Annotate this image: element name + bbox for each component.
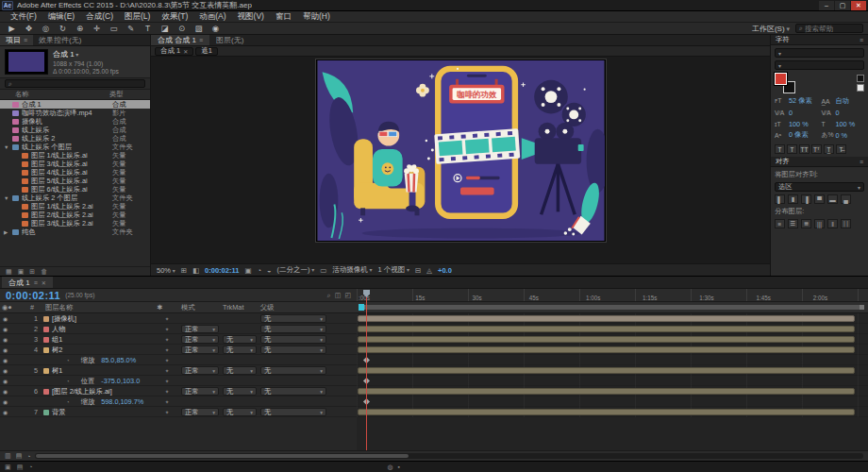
- show-snapshot-icon[interactable]: ◔: [257, 266, 261, 275]
- timeline-tab[interactable]: 合成 1 ≡ ✕: [2, 277, 53, 288]
- tool-button[interactable]: ▶: [5, 24, 19, 34]
- layer-track[interactable]: [357, 396, 868, 407]
- roi-icon[interactable]: ▭: [320, 266, 326, 275]
- layer-name-cell[interactable]: [图层 2/线上娱乐.ai]: [43, 386, 155, 396]
- grid-guides-icon[interactable]: ⊞: [181, 266, 187, 275]
- menu-item[interactable]: 帮助(H): [298, 11, 335, 23]
- layer-row[interactable]: ◉ 5 树1 ✦ 正常 无 无: [0, 365, 868, 376]
- layer-toggles[interactable]: ◉: [0, 396, 28, 407]
- expand-arrow-icon[interactable]: ▼: [4, 144, 9, 150]
- magnification-dropdown[interactable]: 50%: [157, 266, 175, 275]
- layer-name-cell[interactable]: 缩放 85.0,85.0%: [43, 355, 155, 365]
- distribute-right-icon[interactable]: ∣∣: [841, 219, 851, 228]
- toggle-switches-icon[interactable]: ▤: [16, 452, 23, 460]
- align-bottom-icon[interactable]: ▄: [841, 194, 851, 204]
- tab-effect-controls[interactable]: 效果控件(无): [33, 35, 87, 45]
- menu-item[interactable]: 文件(F): [6, 11, 42, 23]
- label-color-chip[interactable]: [43, 337, 49, 343]
- type-style-button[interactable]: T̶: [836, 144, 846, 154]
- character-setting[interactable]: ɪT 100 %: [775, 119, 818, 128]
- distribute-bottom-icon[interactable]: ≣: [801, 219, 811, 228]
- tool-button[interactable]: ▨: [192, 24, 206, 34]
- parent-dropdown[interactable]: 无: [260, 408, 326, 416]
- layer-row[interactable]: ◉ 4 树2 ✦ 正常 无 无: [0, 345, 868, 355]
- delete-item-icon[interactable]: 🗑: [41, 268, 47, 275]
- column-type[interactable]: 类型: [109, 90, 145, 99]
- align-left-icon[interactable]: ▌: [775, 194, 785, 204]
- work-area-bar[interactable]: [360, 305, 864, 310]
- parent-dropdown[interactable]: 无: [260, 314, 326, 323]
- layer-duration-bar[interactable]: [358, 409, 855, 415]
- pixel-aspect-icon[interactable]: ⊟: [415, 266, 421, 275]
- trkmat-dropdown[interactable]: 无: [223, 335, 257, 344]
- layer-name-cell[interactable]: 缩放 598.0,109.7%: [43, 396, 155, 407]
- layer-switches[interactable]: ✦: [155, 365, 179, 376]
- eye-icon[interactable]: ◉: [3, 315, 8, 322]
- tool-button[interactable]: ✥: [22, 24, 36, 34]
- distribute-left-icon[interactable]: |||: [814, 219, 825, 228]
- draft-3d-icon[interactable]: ◰: [344, 292, 351, 299]
- layer-duration-bar[interactable]: [358, 388, 855, 395]
- tab-composition[interactable]: 合成 合成 1 ≡: [151, 35, 209, 45]
- layer-row[interactable]: ◉ 6 [图层 2/线上娱乐.ai] ✦ 正常 无 无: [0, 386, 868, 396]
- align-center-v-icon[interactable]: ▬: [827, 194, 838, 204]
- layer-switches[interactable]: ✦: [155, 313, 179, 324]
- layer-switches[interactable]: ✦: [155, 334, 179, 345]
- layer-row[interactable]: ◉ 3 组1 ✦ 正常 无 无: [0, 334, 868, 345]
- align-top-icon[interactable]: ▀: [814, 194, 825, 204]
- layer-toggles[interactable]: ◉: [0, 345, 28, 355]
- layer-switches[interactable]: ✦: [155, 324, 179, 334]
- property-value[interactable]: 85.0,85.0%: [101, 356, 136, 364]
- layer-name-cell[interactable]: 树1: [43, 365, 155, 376]
- label-color-chip[interactable]: [43, 368, 49, 374]
- label-color-chip[interactable]: [43, 410, 49, 415]
- layer-row[interactable]: ◉ 1 [摄像机] ✦ 无: [0, 313, 868, 324]
- tool-button[interactable]: T: [141, 24, 155, 34]
- layer-name-cell[interactable]: 背景: [43, 407, 155, 417]
- layer-name-cell[interactable]: 人物: [43, 324, 155, 334]
- panel-menu-icon[interactable]: ≡: [860, 159, 863, 165]
- label-color-chip[interactable]: [43, 316, 49, 322]
- type-style-button[interactable]: T: [787, 144, 797, 154]
- tool-button[interactable]: ✎: [124, 24, 138, 34]
- eye-icon[interactable]: ◉: [3, 409, 8, 415]
- layer-switches[interactable]: ✦: [155, 386, 179, 396]
- layer-duration-bar[interactable]: [358, 315, 855, 322]
- layer-duration-bar[interactable]: [358, 346, 855, 353]
- fill-color-swatch[interactable]: [775, 73, 787, 85]
- tool-button[interactable]: ✛: [90, 24, 104, 34]
- trkmat-dropdown[interactable]: 无: [223, 366, 257, 375]
- layer-name-cell[interactable]: 组1: [43, 334, 155, 345]
- panel-menu-icon[interactable]: ≡: [199, 37, 203, 43]
- layer-duration-bar[interactable]: [358, 336, 855, 343]
- parent-dropdown[interactable]: 无: [260, 387, 326, 396]
- layer-row[interactable]: ◉ 2 人物 ✦ 正常 无: [0, 324, 868, 334]
- exposure-value[interactable]: +0.0: [438, 266, 452, 275]
- fast-previews-icon[interactable]: ◬: [426, 266, 432, 275]
- column-name[interactable]: 名称: [15, 90, 109, 99]
- workspace-dropdown[interactable]: 工作区(S): [752, 24, 790, 34]
- character-setting[interactable]: T 100 %: [822, 119, 865, 128]
- character-setting-value[interactable]: 0: [789, 109, 793, 117]
- tool-button[interactable]: ⊙: [175, 24, 189, 34]
- tool-button[interactable]: ◎: [39, 24, 53, 34]
- layer-track[interactable]: [357, 345, 868, 355]
- layer-row[interactable]: ◉ 缩放 85.0,85.0% ✦: [0, 355, 868, 365]
- eye-icon[interactable]: ◉: [3, 357, 8, 363]
- menu-item[interactable]: 视图(V): [233, 11, 269, 23]
- blend-mode-dropdown[interactable]: 正常: [181, 335, 219, 344]
- layer-track[interactable]: [357, 407, 868, 417]
- parent-dropdown[interactable]: 无: [260, 325, 326, 333]
- blend-mode-dropdown[interactable]: 正常: [181, 408, 219, 416]
- viewer-timecode[interactable]: 0:00:02:11: [205, 266, 239, 275]
- layer-toggles[interactable]: ◉: [0, 324, 28, 334]
- menu-item[interactable]: 编辑(E): [43, 11, 79, 23]
- parent-dropdown[interactable]: 无: [260, 346, 326, 354]
- trkmat-header[interactable]: TrkMat: [221, 303, 259, 312]
- align-center-h-icon[interactable]: ▮: [788, 194, 798, 204]
- eye-icon[interactable]: ◉: [3, 336, 8, 343]
- layer-toggles[interactable]: ◉: [0, 376, 28, 386]
- layer-row[interactable]: ◉ 7 背景 ✦ 正常 无 无: [0, 407, 868, 417]
- character-setting[interactable]: Aᵃ 0 像素: [775, 130, 818, 140]
- character-setting[interactable]: ꜰT 52 像素: [775, 96, 818, 106]
